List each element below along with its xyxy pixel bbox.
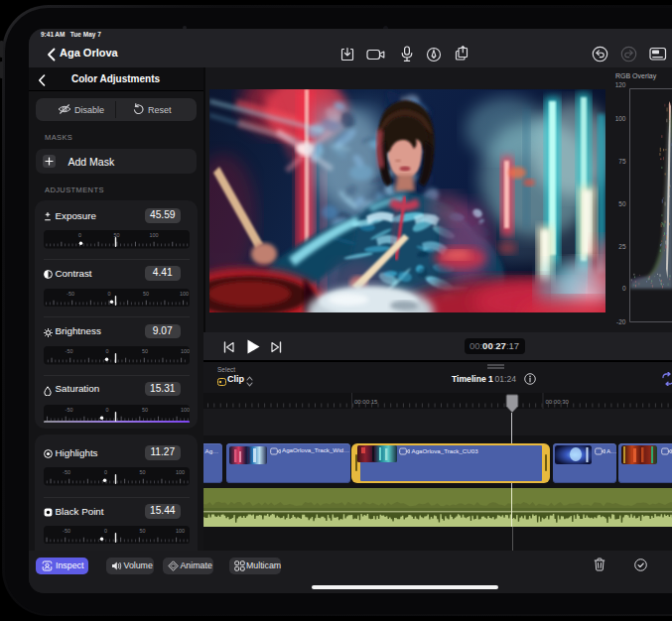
svg-text:0: 0 xyxy=(104,469,107,475)
svg-text:50: 50 xyxy=(140,528,146,534)
svg-text:-50: -50 xyxy=(63,528,70,534)
svg-text:0: 0 xyxy=(78,232,81,238)
svg-text:100: 100 xyxy=(176,528,185,534)
svg-text:50: 50 xyxy=(143,291,149,297)
svg-text:0: 0 xyxy=(106,348,109,354)
svg-text:50: 50 xyxy=(142,348,148,354)
svg-text:100: 100 xyxy=(181,348,190,354)
svg-text:50: 50 xyxy=(140,469,146,475)
svg-text:100: 100 xyxy=(150,232,159,238)
svg-text:100: 100 xyxy=(180,291,189,297)
svg-text:-50: -50 xyxy=(63,469,70,475)
svg-text:0: 0 xyxy=(108,291,111,297)
svg-text:100: 100 xyxy=(176,469,185,475)
svg-text:-50: -50 xyxy=(67,291,74,297)
svg-text:50: 50 xyxy=(114,232,120,238)
svg-text:0: 0 xyxy=(104,528,107,534)
svg-text:-50: -50 xyxy=(66,348,73,354)
